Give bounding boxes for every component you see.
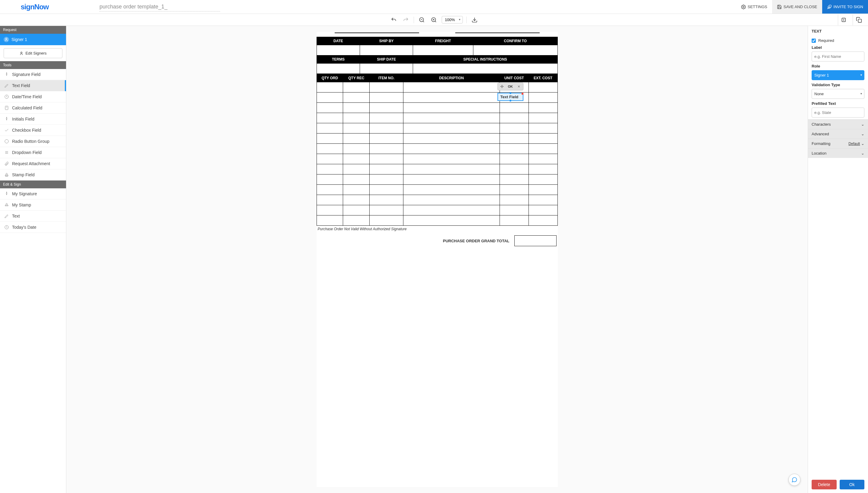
table-row bbox=[317, 103, 557, 113]
request-header: Request bbox=[0, 26, 66, 34]
characters-section[interactable]: Characters⌄ bbox=[808, 119, 868, 129]
advanced-section[interactable]: Advanced⌄ bbox=[808, 129, 868, 138]
col-qty-rec: QTY REC bbox=[343, 74, 369, 82]
copy-icon bbox=[856, 17, 862, 23]
redo-icon bbox=[403, 17, 409, 23]
document-title-input[interactable] bbox=[100, 2, 220, 12]
tool-initials-field[interactable]: Initials Field bbox=[0, 114, 66, 125]
edit-my-signature[interactable]: My Signature bbox=[0, 188, 66, 199]
move-handle[interactable] bbox=[499, 84, 506, 89]
role-select[interactable]: Signer 1 bbox=[812, 70, 864, 80]
redo-button[interactable] bbox=[402, 16, 410, 24]
tool-datetime-field[interactable]: Date/Time Field bbox=[0, 91, 66, 103]
calculator-icon bbox=[4, 105, 9, 110]
panel-title: TEXT bbox=[808, 26, 868, 37]
download-icon bbox=[471, 17, 478, 23]
table-row bbox=[317, 174, 557, 185]
tool-checkbox-field[interactable]: Checkbox Field bbox=[0, 125, 66, 136]
ok-button[interactable]: Ok bbox=[840, 480, 865, 489]
chevron-down-icon: ⌄ bbox=[861, 122, 864, 127]
user-icon bbox=[4, 37, 9, 42]
tool-dropdown-field[interactable]: Dropdown Field bbox=[0, 147, 66, 158]
chevron-down-icon: ⌄ bbox=[861, 151, 864, 155]
label-input[interactable] bbox=[812, 51, 864, 62]
undo-button[interactable] bbox=[389, 16, 398, 24]
settings-label: SETTINGS bbox=[748, 4, 767, 9]
formatting-section[interactable]: FormattingDefault ⌄ bbox=[808, 138, 868, 148]
col-date: DATE bbox=[317, 37, 360, 45]
placed-text-field[interactable]: Text Field bbox=[497, 93, 524, 101]
save-icon bbox=[777, 4, 782, 9]
table-row bbox=[317, 133, 557, 144]
edit-text[interactable]: Text bbox=[0, 211, 66, 222]
svg-point-18 bbox=[5, 140, 8, 143]
required-checkbox-row[interactable]: Required bbox=[812, 38, 864, 43]
pen-icon bbox=[4, 191, 9, 196]
tool-stamp-field[interactable]: Stamp Field bbox=[0, 169, 66, 180]
grand-total-label: PURCHASE ORDER GRAND TOTAL bbox=[443, 239, 510, 243]
zoom-select[interactable]: 100% bbox=[442, 16, 463, 23]
col-item-no: ITEM NO. bbox=[369, 74, 403, 82]
signer-row[interactable]: Signer 1 bbox=[0, 34, 66, 45]
invite-label: INVITE TO SIGN bbox=[834, 4, 863, 9]
svg-point-0 bbox=[743, 6, 744, 7]
invite-to-sign-button[interactable]: INVITE TO SIGN bbox=[822, 0, 868, 14]
clock-icon bbox=[4, 225, 9, 230]
tool-text-field[interactable]: Text Field bbox=[0, 80, 66, 91]
location-section[interactable]: Location⌄ bbox=[808, 148, 868, 158]
table-row bbox=[317, 164, 557, 174]
col-ship-by: SHIP BY bbox=[360, 37, 413, 45]
chat-button[interactable] bbox=[788, 474, 801, 486]
col-confirm-to: CONFIRM TO bbox=[473, 37, 557, 45]
gear-icon bbox=[741, 4, 746, 9]
settings-button[interactable]: SETTINGS bbox=[736, 0, 772, 14]
field-toolbar: OK bbox=[497, 83, 524, 90]
tool-radio-group[interactable]: Radio Button Group bbox=[0, 136, 66, 147]
undo-icon bbox=[391, 17, 397, 23]
edit-sign-header: Edit & Sign bbox=[0, 180, 66, 188]
list-icon bbox=[4, 150, 9, 155]
radio-icon bbox=[4, 139, 9, 144]
tool-calculated-field[interactable]: Calculated Field bbox=[0, 103, 66, 114]
fields-panel-toggle[interactable] bbox=[838, 15, 850, 25]
table-row bbox=[317, 113, 557, 123]
col-special-instructions: SPECIAL INSTRUCTIONS bbox=[413, 56, 557, 64]
save-and-close-button[interactable]: SAVE AND CLOSE bbox=[772, 0, 822, 14]
svg-line-7 bbox=[435, 21, 436, 22]
col-unit-cost: UNIT COST bbox=[500, 74, 529, 82]
delete-button[interactable]: Delete bbox=[812, 480, 837, 489]
download-button[interactable] bbox=[470, 16, 479, 24]
zoom-out-icon bbox=[419, 17, 425, 23]
field-ok-button[interactable]: OK bbox=[506, 84, 515, 89]
required-checkbox[interactable] bbox=[812, 39, 816, 43]
signer-name: Signer 1 bbox=[12, 37, 27, 42]
svg-line-4 bbox=[423, 21, 424, 22]
user-icon bbox=[19, 51, 23, 56]
prefilled-input[interactable] bbox=[812, 108, 864, 117]
document-page[interactable]: DATE SHIP BY FREIGHT CONFIRM TO TERMS SH… bbox=[317, 32, 558, 487]
col-qty-ord: QTY ORD bbox=[317, 74, 343, 82]
edit-todays-date[interactable]: Today's Date bbox=[0, 222, 66, 233]
zoom-out-button[interactable] bbox=[418, 16, 426, 24]
chevron-down-icon: ⌄ bbox=[861, 141, 864, 146]
stamp-icon bbox=[4, 172, 9, 177]
col-ship-date: SHIP DATE bbox=[360, 56, 413, 64]
edit-my-stamp[interactable]: My Stamp bbox=[0, 199, 66, 211]
col-freight: FREIGHT bbox=[413, 37, 473, 45]
save-label: SAVE AND CLOSE bbox=[784, 4, 817, 9]
move-icon bbox=[500, 85, 504, 88]
field-close-button[interactable] bbox=[515, 84, 523, 89]
chevron-down-icon: ⌄ bbox=[861, 132, 864, 136]
pen-icon bbox=[4, 116, 9, 122]
pen-icon bbox=[4, 72, 9, 77]
edit-signers-button[interactable]: Edit Signers bbox=[4, 48, 62, 58]
zoom-in-button[interactable] bbox=[430, 16, 438, 24]
clock-icon bbox=[4, 94, 9, 99]
table-row bbox=[317, 195, 557, 205]
col-terms: TERMS bbox=[317, 56, 360, 64]
tool-signature-field[interactable]: Signature Field bbox=[0, 69, 66, 80]
pages-panel-toggle[interactable] bbox=[853, 15, 865, 25]
validation-select[interactable]: None bbox=[812, 89, 864, 99]
tool-request-attachment[interactable]: Request Attachment bbox=[0, 158, 66, 169]
table-row bbox=[317, 185, 557, 195]
